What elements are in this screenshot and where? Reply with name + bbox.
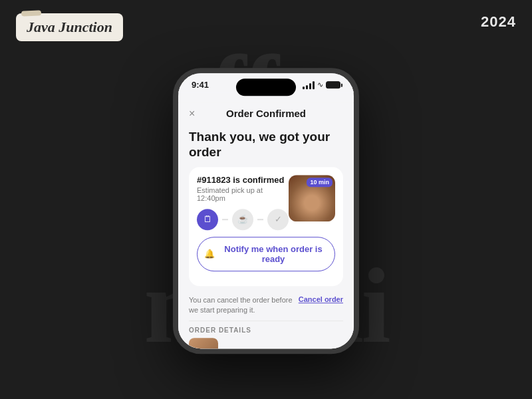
status-icons: ∿ [303,80,340,89]
notify-label: Notify me when order is ready [219,244,328,264]
step-order: 🗒 [197,209,218,230]
step-line-1 [222,219,228,220]
order-card-inner: #911823 is confirmed Estimated pick up a… [197,175,335,230]
item-price: $ 3.5 [324,348,343,351]
bell-icon: 🔔 [204,249,215,259]
time-badge: 10 min [307,178,332,187]
phone-mockup: 9:41 ∿ × Order Confirmed [173,68,359,354]
status-time: 9:41 [192,80,209,90]
step-prep-icon: ☕ [237,214,248,224]
order-pickup: Estimated pick up at 12:40pm [197,186,289,202]
cancel-section: You can cancel the order before we start… [189,293,343,322]
year-label: 2024 [481,13,516,31]
thank-you-heading: Thank you, we got your order [189,130,343,160]
app-header: × Order Confirmed [178,102,354,124]
step-ready: ✓ [267,209,289,230]
step-order-icon: 🗒 [203,214,212,224]
step-prep: ☕ [232,209,253,230]
battery-icon [326,81,340,88]
order-item-row: Cappuccino $ 3.5 [189,338,343,352]
cancel-order-link[interactable]: Cancel order [299,295,343,303]
app-content: Thank you, we got your order #911823 is … [178,124,354,351]
progress-steps: 🗒 ☕ ✓ [197,209,289,230]
header: Java Junction 2024 [0,0,532,55]
logo-text: Java Junction [27,19,112,35]
dynamic-island [236,78,296,96]
order-number: #911823 is confirmed [197,175,289,185]
wifi-icon: ∿ [317,80,323,89]
phone-frame: 9:41 ∿ × Order Confirmed [173,68,359,354]
item-thumbnail [189,338,218,352]
phone-screen: × Order Confirmed Thank you, we got your… [178,102,354,351]
status-bar-area: 9:41 ∿ [178,73,354,102]
item-name: Cappuccino [223,348,319,351]
signal-icon [303,81,315,89]
coffee-image: 10 min [289,175,335,221]
order-details-label: ORDER DETAILS [189,327,343,334]
logo-badge: Java Junction [16,13,123,41]
order-details-section: ORDER DETAILS Cappuccino $ 3.5 [189,327,343,352]
order-info: #911823 is confirmed Estimated pick up a… [197,175,289,230]
step-ready-icon: ✓ [275,214,282,224]
step-line-2 [257,219,263,220]
screen-title: Order Confirmed [226,108,306,119]
cancel-info-text: You can cancel the order before we start… [189,295,299,316]
order-card: #911823 is confirmed Estimated pick up a… [189,167,343,286]
close-button[interactable]: × [189,108,195,120]
notify-button[interactable]: 🔔 Notify me when order is ready [197,237,335,271]
